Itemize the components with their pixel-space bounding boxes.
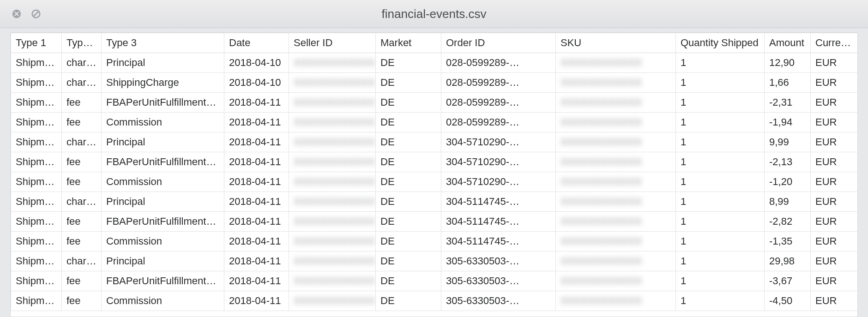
cell-qty[interactable]: 1 [676,113,765,132]
cell-type3[interactable]: Commission [102,113,224,132]
cell-qty[interactable]: 1 [676,291,765,311]
cell-market[interactable]: DE [376,113,441,132]
cell-sellerid[interactable]: XXXXXXXXXXXX [289,113,376,132]
cell-type3[interactable]: Principal [102,192,224,212]
cell-amount[interactable]: -1,20 [765,172,811,192]
cell-orderid[interactable]: 304-5710290-XXXXXXX [441,132,556,152]
cell-sku[interactable]: XXXXXXXXXXXX [556,53,676,73]
cell-currency[interactable]: EUR [811,113,858,132]
cell-date[interactable]: 2018-04-11 [224,172,289,192]
cell-type1[interactable]: Shipment [11,53,62,73]
cell-date[interactable]: 2018-04-10 [224,73,289,93]
cell-market[interactable]: DE [376,132,441,152]
cell-qty[interactable]: 1 [676,251,765,271]
cell-amount[interactable]: -1,94 [765,113,811,132]
cell-market[interactable]: DE [376,73,441,93]
table-row[interactable]: ShipmentchargePrincipal2018-04-11XXXXXXX… [11,251,858,271]
cell-market[interactable]: DE [376,53,441,73]
cell-sellerid[interactable]: XXXXXXXXXXXX [289,73,376,93]
cell-amount[interactable]: 8,99 [765,192,811,212]
cell-sku[interactable]: XXXXXXXXXXXX [556,192,676,212]
cell-date[interactable]: 2018-04-10 [224,53,289,73]
cell-date[interactable]: 2018-04-11 [224,93,289,113]
table-row[interactable]: ShipmentfeeCommission2018-04-11XXXXXXXXX… [11,291,858,311]
cell-market[interactable]: DE [376,251,441,271]
cell-amount[interactable]: -3,67 [765,271,811,291]
cell-type2[interactable]: fee [62,291,102,311]
cell-sku[interactable]: XXXXXXXXXXXX [556,251,676,271]
cell-currency[interactable]: EUR [811,152,858,172]
cell-type3[interactable]: FBAPerUnitFulfillmentFee [102,152,224,172]
table-row[interactable]: ShipmentchargeShippingCharge2018-04-10XX… [11,73,858,93]
cell-orderid[interactable]: 028-0599289-XXXXXXX [441,93,556,113]
col-header-type3[interactable]: Type 3 [102,33,224,53]
cell-market[interactable]: DE [376,192,441,212]
table-row[interactable]: ShipmentchargePrincipal2018-04-11XXXXXXX… [11,132,858,152]
cell-amount[interactable]: -4,50 [765,291,811,311]
cell-qty[interactable]: 1 [676,212,765,232]
cell-type3[interactable]: Commission [102,232,224,251]
col-header-orderid[interactable]: Order ID [441,33,556,53]
cell-type3[interactable]: Principal [102,132,224,152]
cell-type3[interactable]: FBAPerUnitFulfillmentFee [102,93,224,113]
cell-type2[interactable]: charge [62,53,102,73]
col-header-amount[interactable]: Amount [765,33,811,53]
cell-currency[interactable]: EUR [811,192,858,212]
cell-sellerid[interactable]: XXXXXXXXXXXX [289,93,376,113]
cell-currency[interactable]: EUR [811,93,858,113]
cell-amount[interactable]: 12,90 [765,53,811,73]
cell-type1[interactable]: Shipment [11,192,62,212]
cell-sku[interactable]: XXXXXXXXXXXX [556,152,676,172]
cell-type1[interactable]: Shipment [11,172,62,192]
close-circle-icon[interactable] [11,8,22,19]
cell-qty[interactable]: 1 [676,172,765,192]
cell-amount[interactable]: 29,98 [765,251,811,271]
cell-type2[interactable]: charge [62,73,102,93]
cell-amount[interactable]: -1,35 [765,232,811,251]
cell-currency[interactable]: EUR [811,172,858,192]
cell-qty[interactable]: 1 [676,271,765,291]
cell-sellerid[interactable]: XXXXXXXXXXXX [289,232,376,251]
col-header-sellerid[interactable]: Seller ID [289,33,376,53]
cell-date[interactable]: 2018-04-11 [224,113,289,132]
table-row[interactable]: ShipmentfeeFBAPerUnitFulfillmentFee2018-… [11,93,858,113]
cell-market[interactable]: DE [376,172,441,192]
cell-currency[interactable]: EUR [811,271,858,291]
cell-sku[interactable]: XXXXXXXXXXXX [556,271,676,291]
cell-type3[interactable]: Commission [102,291,224,311]
cell-orderid[interactable]: 028-0599289-XXXXXXX [441,113,556,132]
cell-orderid[interactable]: 304-5710290-XXXXXXX [441,172,556,192]
cell-sellerid[interactable]: XXXXXXXXXXXX [289,271,376,291]
col-header-currency[interactable]: Currency [811,33,858,53]
cell-date[interactable]: 2018-04-11 [224,152,289,172]
cell-sellerid[interactable]: XXXXXXXXXXXX [289,152,376,172]
cell-type1[interactable]: Shipment [11,291,62,311]
cell-market[interactable]: DE [376,271,441,291]
cell-sku[interactable]: XXXXXXXXXXXX [556,172,676,192]
cell-type3[interactable]: Principal [102,251,224,271]
table-row[interactable]: ShipmentfeeFBAPerUnitFulfillmentFee2018-… [11,152,858,172]
cell-date[interactable]: 2018-04-11 [224,251,289,271]
table-row[interactable]: ShipmentchargePrincipal2018-04-11XXXXXXX… [11,192,858,212]
cell-currency[interactable]: EUR [811,212,858,232]
cell-type3[interactable]: Commission [102,172,224,192]
table-row[interactable]: ShipmentfeeFBAPerUnitFulfillmentFee2018-… [11,271,858,291]
cell-orderid[interactable]: 304-5114745-XXXXXXX [441,212,556,232]
cell-currency[interactable]: EUR [811,251,858,271]
cell-type2[interactable]: fee [62,152,102,172]
cell-sku[interactable]: XXXXXXXXXXXX [556,232,676,251]
cell-type1[interactable]: Shipment [11,232,62,251]
cell-date[interactable]: 2018-04-11 [224,212,289,232]
cell-type2[interactable]: fee [62,93,102,113]
col-header-market[interactable]: Market [376,33,441,53]
cell-qty[interactable]: 1 [676,232,765,251]
cell-sellerid[interactable]: XXXXXXXXXXXX [289,212,376,232]
cell-market[interactable]: DE [376,291,441,311]
cell-type2[interactable]: fee [62,271,102,291]
cell-qty[interactable]: 1 [676,93,765,113]
cell-currency[interactable]: EUR [811,132,858,152]
cell-date[interactable]: 2018-04-11 [224,132,289,152]
cell-amount[interactable]: -2,82 [765,212,811,232]
cell-amount[interactable]: -2,31 [765,93,811,113]
cell-sku[interactable]: XXXXXXXXXXXX [556,212,676,232]
